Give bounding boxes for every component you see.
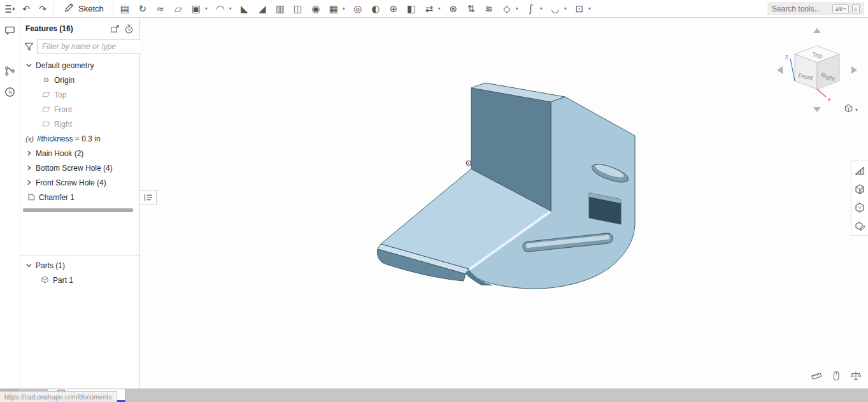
sketch-button[interactable]: Sketch [57, 1, 110, 17]
toolbar-item-curve[interactable]: ʃ▾ [522, 1, 546, 17]
toolbar-item-rib[interactable]: ▥ [271, 1, 289, 17]
toolbar-item-transform[interactable]: ⇄▾ [420, 1, 445, 17]
filter-row [20, 37, 139, 58]
origin-icon [41, 75, 51, 85]
toolbar-item-circular-pattern[interactable]: ◎ [349, 1, 367, 17]
redo-button[interactable]: ↷ [34, 1, 51, 17]
part-3d-model[interactable] [376, 80, 643, 296]
toolbar-item-thicken[interactable]: ▣▾ [187, 1, 211, 17]
plane-icon [41, 119, 51, 129]
measure-icon[interactable] [809, 370, 823, 382]
toolbar-item-extrude[interactable]: ▤ [116, 1, 134, 17]
history-icon[interactable] [3, 84, 18, 99]
feature-tree: Default geometry Origin Top [20, 58, 139, 205]
view-options-button[interactable]: ▾ [843, 103, 858, 116]
parts-title: Parts (1) [36, 261, 65, 270]
x-axis-label: x [828, 96, 831, 103]
chevron-right-icon[interactable] [25, 150, 32, 157]
toolbar-item-revolve[interactable]: ↻ [134, 1, 152, 17]
tree-item-chamfer-1[interactable]: Chamfer 1 [20, 190, 139, 205]
toolbar-item-surface[interactable]: ◡▾ [546, 1, 571, 17]
search-tools-box[interactable]: Search tools... alt/~ c [767, 2, 864, 15]
toolbar-separator [113, 3, 113, 15]
edit-appearance-button[interactable] [851, 217, 868, 235]
tree-item-label: Part 1 [53, 276, 73, 285]
plane-icon [41, 104, 51, 115]
chevron-down-icon[interactable]: ▾ [341, 6, 347, 11]
filter-input[interactable] [37, 39, 146, 54]
onshape-app: ↶ ↷ Sketch ▤↻≈▱▣▾◠▾◣◢▥◫◉▦▾◎◐⊕◧⇄▾⊗⇅≋◇▾ʃ▾◡… [0, 0, 868, 402]
float-panel-icon[interactable] [108, 22, 122, 35]
toolbar-item-draft[interactable]: ◢ [253, 1, 271, 17]
chevron-right-icon[interactable] [25, 179, 32, 186]
toolbar-item-mirror[interactable]: ◐ [367, 1, 385, 17]
rotate-left-arrow[interactable] [777, 66, 783, 74]
toolbar-item-sweep[interactable]: ≈ [152, 1, 169, 17]
rib-icon: ▥ [273, 3, 287, 15]
chevron-down-icon[interactable]: ▾ [203, 6, 210, 11]
tree-item-part-1[interactable]: Part 1 [20, 273, 139, 287]
chevron-down-icon[interactable]: ▾ [538, 6, 544, 11]
chevron-down-icon[interactable] [25, 62, 32, 69]
shaded-view-button[interactable] [851, 180, 868, 198]
named-views-button[interactable] [851, 198, 868, 217]
parts-header[interactable]: Parts (1) [20, 258, 139, 273]
toolbar-item-shell[interactable]: ◫ [289, 1, 307, 17]
toolbar-item-plane[interactable]: ◇▾ [498, 1, 522, 17]
feature-list-toggle-button[interactable] [140, 190, 157, 205]
versions-icon[interactable] [3, 63, 18, 78]
toolbar-item-move-face[interactable]: ⇅ [462, 1, 480, 17]
tree-item-main-hook[interactable]: Main Hook (2) [20, 146, 139, 161]
toolbar-item-split[interactable]: ◧ [402, 1, 420, 17]
chevron-down-icon[interactable]: ▾ [514, 6, 520, 11]
offset-surface-icon: ≋ [482, 3, 496, 15]
search-tools-label: Search tools... [772, 4, 829, 13]
delete-face-icon: ⊗ [446, 3, 460, 15]
toolbar-item-delete-face[interactable]: ⊗ [445, 1, 462, 17]
chamfer-icon: ◣ [238, 3, 252, 15]
toolbar-item-offset-surface[interactable]: ≋ [480, 1, 498, 17]
tree-item-origin[interactable]: Origin [20, 73, 139, 87]
comments-icon[interactable] [3, 22, 18, 38]
extrude-icon: ▤ [118, 3, 132, 15]
toolbar-item-chamfer[interactable]: ◣ [236, 1, 253, 17]
viewport-3d[interactable]: Top Front Right z x ▾ [140, 18, 868, 389]
filter-icon[interactable] [24, 40, 34, 53]
toolbar-item-fillet[interactable]: ◠▾ [211, 1, 236, 17]
section-view-button[interactable] [851, 161, 868, 180]
rollback-bar[interactable] [23, 208, 133, 212]
toolbar-item-boolean[interactable]: ⊕ [385, 1, 402, 17]
chevron-down-icon[interactable]: ▾ [436, 6, 443, 11]
regenerate-timer-icon[interactable] [122, 22, 136, 35]
toolbar-item-linear-pattern[interactable]: ▦▾ [325, 1, 349, 17]
main-area: Features (16) [0, 18, 868, 389]
tree-item-bottom-screw-hole[interactable]: Bottom Screw Hole (4) [20, 161, 139, 175]
toolbar-item-derived[interactable]: ⊡▾ [571, 1, 595, 17]
derived-icon: ⊡ [573, 3, 587, 15]
chevron-right-icon[interactable] [25, 164, 32, 171]
mouse-shortcuts-icon[interactable] [829, 370, 843, 382]
tree-item-front-plane[interactable]: Front [20, 102, 139, 117]
tree-item-default-geometry[interactable]: Default geometry [20, 58, 139, 73]
chevron-down-icon[interactable]: ▾ [587, 6, 593, 11]
toolbar-separator [53, 3, 54, 15]
chevron-down-icon[interactable]: ▾ [227, 6, 234, 11]
panels-toggle-icon[interactable] [1, 1, 18, 17]
origin-marker[interactable] [467, 161, 471, 166]
toolbar-item-hole[interactable]: ◉ [307, 1, 325, 17]
rotate-up-arrow[interactable] [813, 28, 821, 33]
tree-item-right-plane[interactable]: Right [20, 117, 139, 131]
chevron-down-icon[interactable] [25, 262, 32, 269]
features-panel-title: Features (16) [25, 24, 108, 33]
split-icon: ◧ [404, 3, 418, 15]
tree-item-variable-thickness[interactable]: (x) #thickness = 0.3 in [20, 131, 139, 146]
toolbar-item-loft[interactable]: ▱ [169, 1, 187, 17]
rotate-down-arrow[interactable] [813, 107, 821, 112]
tree-item-top-plane[interactable]: Top [20, 87, 139, 102]
undo-button[interactable]: ↶ [18, 1, 34, 17]
chevron-down-icon[interactable]: ▾ [562, 6, 569, 11]
tree-item-front-screw-hole[interactable]: Front Screw Hole (4) [20, 175, 139, 190]
rotate-right-arrow[interactable] [851, 66, 857, 74]
pencil-icon [63, 2, 75, 15]
mass-properties-icon[interactable] [849, 370, 863, 382]
